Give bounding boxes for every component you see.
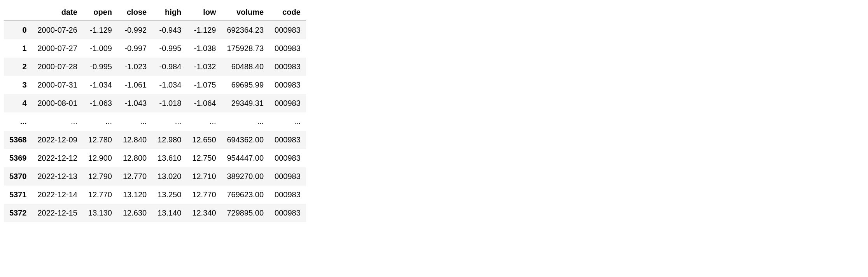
cell-open: 12.770 [83,186,117,204]
cell-high: 13.140 [152,204,187,222]
cell-open: 12.900 [83,149,117,167]
table-row: 5370 2022-12-13 12.790 12.770 13.020 12.… [4,167,306,186]
row-index: 5371 [4,186,32,204]
cell-code: 000983 [269,186,306,204]
cell-date: 2000-08-01 [32,94,83,112]
cell-volume: 692364.23 [222,21,270,40]
cell-open: 12.780 [83,131,117,149]
row-index: 0 [4,21,32,40]
cell-date: 2000-07-28 [32,58,83,76]
cell-low: 12.650 [187,131,221,149]
header-open: open [83,4,117,21]
cell-date: 2022-12-09 [32,131,83,149]
cell-low: -1.075 [187,76,221,94]
cell-date: 2000-07-31 [32,76,83,94]
header-low: low [187,4,221,21]
header-code: code [269,4,306,21]
cell-open: -1.129 [83,21,117,40]
cell-high: -0.984 [152,58,187,76]
cell-high: ... [152,112,187,131]
cell-open: 12.790 [83,167,117,186]
cell-low: 12.770 [187,186,221,204]
cell-volume: ... [222,112,270,131]
row-index: 4 [4,94,32,112]
row-index: 5372 [4,204,32,222]
table-row: 0 2000-07-26 -1.129 -0.992 -0.943 -1.129… [4,21,306,40]
cell-volume: 694362.00 [222,131,270,149]
cell-high: -1.034 [152,76,187,94]
row-index: 5368 [4,131,32,149]
cell-volume: 60488.40 [222,58,270,76]
cell-low: 12.340 [187,204,221,222]
row-index: 5369 [4,149,32,167]
cell-high: -0.995 [152,39,187,58]
cell-high: 13.250 [152,186,187,204]
cell-low: -1.038 [187,39,221,58]
cell-code: 000983 [269,94,306,112]
cell-high: -0.943 [152,21,187,40]
table-row: 5371 2022-12-14 12.770 13.120 13.250 12.… [4,186,306,204]
cell-close: 13.120 [117,186,152,204]
cell-high: -1.018 [152,94,187,112]
row-index: 1 [4,39,32,58]
cell-low: -1.032 [187,58,221,76]
header-volume: volume [222,4,270,21]
cell-volume: 175928.73 [222,39,270,58]
table-row: 5369 2022-12-12 12.900 12.800 13.610 12.… [4,149,306,167]
table-row: 5368 2022-12-09 12.780 12.840 12.980 12.… [4,131,306,149]
cell-close: 12.800 [117,149,152,167]
row-index: 5370 [4,167,32,186]
cell-low: ... [187,112,221,131]
row-index: 2 [4,58,32,76]
cell-code: 000983 [269,76,306,94]
cell-volume: 389270.00 [222,167,270,186]
cell-code: 000983 [269,204,306,222]
cell-open: ... [83,112,117,131]
cell-open: -0.995 [83,58,117,76]
cell-close: -1.023 [117,58,152,76]
cell-date: 2022-12-12 [32,149,83,167]
cell-code: 000983 [269,149,306,167]
header-index [4,4,32,21]
cell-close: -0.992 [117,21,152,40]
table-row: 4 2000-08-01 -1.063 -1.043 -1.018 -1.064… [4,94,306,112]
cell-open: 13.130 [83,204,117,222]
cell-date: 2022-12-15 [32,204,83,222]
table-row: 1 2000-07-27 -1.009 -0.997 -0.995 -1.038… [4,39,306,58]
cell-low: -1.129 [187,21,221,40]
cell-close: 12.770 [117,167,152,186]
cell-date: 2000-07-27 [32,39,83,58]
table-row: 5372 2022-12-15 13.130 12.630 13.140 12.… [4,204,306,222]
cell-volume: 954447.00 [222,149,270,167]
cell-volume: 29349.31 [222,94,270,112]
cell-low: 12.750 [187,149,221,167]
row-index: ... [4,112,32,131]
cell-close: 12.840 [117,131,152,149]
cell-low: -1.064 [187,94,221,112]
cell-high: 13.610 [152,149,187,167]
row-index: 3 [4,76,32,94]
cell-code: 000983 [269,167,306,186]
ellipsis-row: ... ... ... ... ... ... ... ... [4,112,306,131]
cell-low: 12.710 [187,167,221,186]
cell-date: 2022-12-13 [32,167,83,186]
cell-high: 12.980 [152,131,187,149]
cell-code: 000983 [269,58,306,76]
cell-date: 2000-07-26 [32,21,83,40]
cell-code: ... [269,112,306,131]
cell-open: -1.063 [83,94,117,112]
cell-code: 000983 [269,131,306,149]
header-high: high [152,4,187,21]
cell-code: 000983 [269,21,306,40]
cell-date: ... [32,112,83,131]
cell-high: 13.020 [152,167,187,186]
cell-volume: 769623.00 [222,186,270,204]
cell-close: ... [117,112,152,131]
cell-code: 000983 [269,39,306,58]
cell-close: -1.043 [117,94,152,112]
header-date: date [32,4,83,21]
cell-close: 12.630 [117,204,152,222]
cell-close: -0.997 [117,39,152,58]
cell-volume: 69695.99 [222,76,270,94]
cell-open: -1.034 [83,76,117,94]
